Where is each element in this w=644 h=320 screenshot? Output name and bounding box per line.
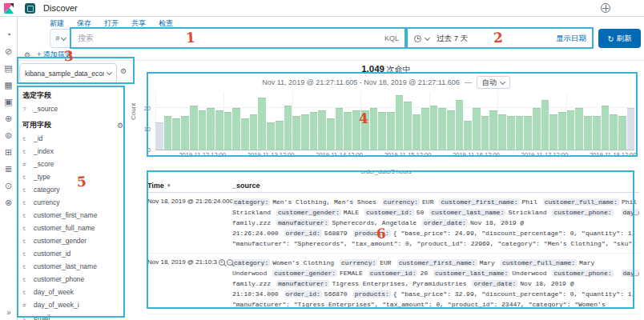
histogram-bar[interactable] [602,106,610,150]
histogram-bar[interactable] [558,112,566,150]
histogram-bar[interactable] [541,100,549,150]
histogram-bar[interactable] [549,114,557,150]
histogram-bar[interactable] [284,106,292,150]
histogram-bar[interactable] [190,106,198,150]
field-item-category[interactable]: tcategory [18,183,128,196]
table-row[interactable]: Nov 18, 2019 @ 21:26:24.000category:Men'… [147,193,639,254]
expand-nav-icon[interactable]: » [0,308,18,317]
histogram-bar[interactable] [250,114,258,150]
histogram-bar[interactable] [378,112,386,150]
histogram-bar[interactable] [464,121,472,150]
dashboard-icon[interactable]: ▦ [4,80,12,90]
histogram-bar[interactable] [396,95,404,150]
search-input[interactable]: 搜索 KQL [71,29,405,48]
infrastructure-icon[interactable]: ⊞ [5,147,12,157]
histogram-bar[interactable] [473,108,481,150]
histogram-bar[interactable] [481,116,489,150]
zoom-out-icon[interactable]: - [227,259,233,266]
time-column-header[interactable]: Time ▼ [147,182,232,190]
histogram-bar[interactable] [258,98,266,150]
time-range-value[interactable]: 过去 7 天 [437,34,552,44]
histogram-bar[interactable] [267,122,275,150]
histogram-bar[interactable] [430,106,438,150]
histogram-bar[interactable] [224,112,232,150]
field-item-email[interactable]: temail [18,311,128,320]
table-row[interactable]: Nov 18, 2019 @ 21:10:3+-category:Women's… [147,254,639,314]
histogram-bar[interactable] [610,114,618,150]
histogram-bar[interactable] [276,121,284,150]
histogram-bar[interactable] [370,108,378,150]
discover-icon[interactable]: ⊘ [5,46,12,56]
histogram-bar[interactable] [207,108,215,150]
histogram-bar[interactable] [404,102,412,150]
histogram-bar[interactable] [172,118,180,150]
histogram-bar[interactable] [627,108,635,150]
interval-select[interactable]: 自动 [477,76,510,89]
histogram-bar[interactable] [498,114,506,150]
histogram-bar[interactable] [575,108,583,150]
histogram-bar[interactable] [421,108,429,150]
index-settings-icon[interactable]: ⚙ [120,67,127,75]
zoom-in-icon[interactable]: + [219,259,225,266]
time-picker[interactable]: 过去 7 天 显示日期 [408,29,593,48]
histogram-bar[interactable] [593,116,601,150]
visualize-icon[interactable]: ▤ [4,63,12,73]
uptime-icon[interactable]: ⊙ [5,181,12,190]
index-pattern-selector[interactable]: kibana_sample_data_ecom... [19,63,117,83]
histogram-bar[interactable] [215,110,223,150]
field-item-customer_full_name[interactable]: tcustomer_full_name [18,222,128,234]
field-item-customer_last_name[interactable]: tcustomer_last_name [18,260,128,273]
query-language-label[interactable]: KQL [384,34,399,42]
histogram-bar[interactable] [292,116,300,150]
field-settings-icon[interactable]: ⚙ [117,122,123,130]
management-icon[interactable]: ⊗ [5,198,12,207]
histogram-bar[interactable] [516,116,524,150]
histogram-bar[interactable] [438,108,446,150]
histogram-bar[interactable] [327,118,335,150]
field-item-customer_gender[interactable]: tcustomer_gender [18,234,128,247]
field-item-_id[interactable]: t_id [18,132,128,145]
histogram-bar[interactable] [584,116,592,150]
refresh-button[interactable]: ↻ 刷新 [598,29,641,48]
histogram-bar[interactable] [447,110,455,150]
histogram-bar[interactable] [352,110,360,150]
filter-settings-icon[interactable]: ⚙ [24,51,30,59]
histogram-bar[interactable] [618,116,626,150]
menu-item-1[interactable]: 保存 [77,18,91,29]
field-item-currency[interactable]: tcurrency [18,196,128,209]
help-icon[interactable] [601,3,610,13]
histogram-bar[interactable] [489,110,497,150]
histogram-bar[interactable] [241,118,249,150]
field-item-customer_phone[interactable]: tcustomer_phone [18,273,128,286]
histogram-bar[interactable] [199,110,207,150]
field-item-_index[interactable]: t_index [18,145,128,158]
field-item-customer_id[interactable]: tcustomer_id [18,247,128,260]
logs-icon[interactable]: ≣ [5,164,12,174]
sort-desc-icon[interactable]: ▼ [167,183,171,188]
add-filter-button[interactable]: + 添加筛选 [37,50,72,60]
histogram-bar[interactable] [232,108,240,150]
machine-learning-icon[interactable]: ⊚ [5,130,12,140]
table-row[interactable]: Nov 18, 2019 @ 20:57:36.000category:Men'… [147,314,639,320]
menu-item-2[interactable]: 打开 [104,18,119,29]
histogram-bar[interactable] [301,114,309,150]
menu-item-3[interactable]: 共享 [131,18,146,29]
histogram-bar[interactable] [413,114,421,150]
histogram-bar[interactable] [456,100,464,150]
histogram-bar[interactable] [181,116,189,150]
field-item-_source[interactable]: ?_source [18,102,128,115]
field-item-day_of_week[interactable]: tday_of_week [18,286,128,298]
histogram-bar[interactable] [318,110,326,150]
histogram-bar[interactable] [310,112,318,150]
menu-item-0[interactable]: 新建 [50,18,64,29]
field-item-_type[interactable]: t_type [18,170,128,183]
show-dates-button[interactable]: 显示日期 [556,34,586,44]
maps-icon[interactable]: ⊕ [5,114,12,123]
histogram-bar[interactable] [387,112,395,150]
histogram-bar[interactable] [164,116,172,150]
histogram-bar[interactable] [344,112,352,150]
canvas-icon[interactable]: ▣ [4,97,12,106]
histogram-bar[interactable] [507,116,515,150]
kibana-logo-icon[interactable] [3,2,15,14]
histogram-bar[interactable] [533,108,541,150]
